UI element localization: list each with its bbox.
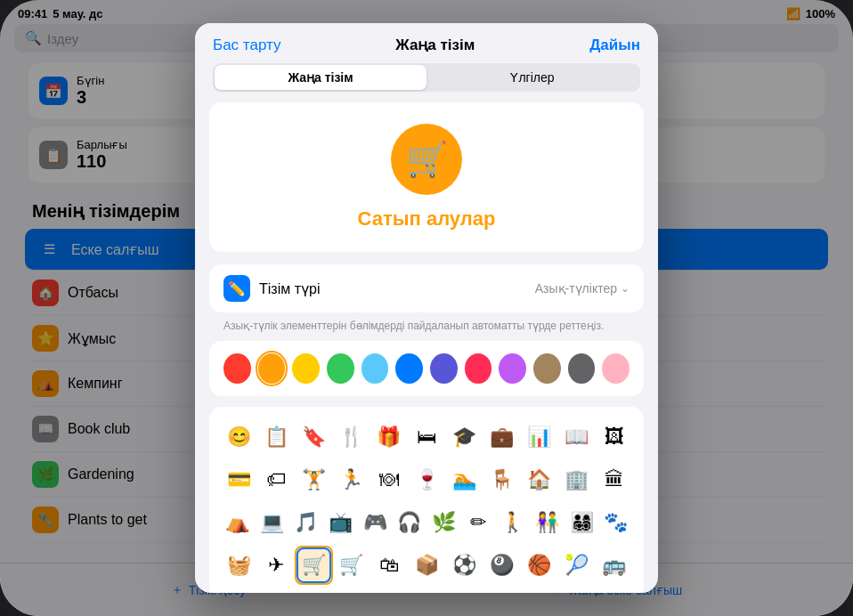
icon-family[interactable]: 👨‍👩‍👧‍👦 (565, 503, 599, 542)
color-brown[interactable] (533, 353, 561, 384)
icon-billiard[interactable]: 🎱 (483, 546, 520, 585)
color-purple[interactable] (499, 353, 526, 384)
list-type-label: Тізім түрі (259, 280, 320, 297)
icon-plane[interactable]: ✈ (257, 546, 295, 585)
icon-house[interactable]: 🏠 (521, 460, 558, 499)
icon-headphones[interactable]: 🎧 (392, 503, 426, 542)
color-indigo[interactable] (430, 353, 458, 384)
icon-music[interactable]: 🎵 (288, 503, 323, 542)
icon-grad[interactable]: 🎓 (445, 417, 483, 457)
list-type-value: Азық-түліктер ⌄ (535, 281, 630, 296)
color-picker (209, 341, 644, 396)
icon-row-3: ⛺ 💻 🎵 📺 🎮 🎧 🌿 ✏ 🚶 👫 👨‍👩‍👧‍👦 🐾 (220, 503, 633, 542)
icon-list[interactable]: 📋 (257, 417, 295, 457)
icon-run[interactable]: 🏃 (333, 460, 370, 499)
modal-title: Жаңа тізім (395, 36, 475, 54)
icon-basketball[interactable]: 🏀 (521, 546, 558, 585)
icon-leaf[interactable]: 🌿 (426, 503, 461, 542)
modal-body: 🛒 ✏️ Тізім түрі Азық-түліктер ⌄ Азық-түл… (195, 102, 658, 593)
color-red[interactable] (223, 353, 251, 384)
list-icon-preview[interactable]: 🛒 (391, 124, 462, 195)
tab-templates[interactable]: Үлгілер (426, 65, 638, 90)
icon-swim[interactable]: 🏊 (445, 460, 483, 499)
list-type-left: ✏️ Тізім түрі (223, 275, 320, 302)
icon-preview-area: 🛒 (209, 102, 644, 252)
icon-pencil[interactable]: ✏ (461, 503, 496, 542)
icon-wine[interactable]: 🍷 (408, 460, 445, 499)
icon-card[interactable]: 💳 (220, 460, 257, 499)
new-list-modal: Бас тарту Жаңа тізім Дайын Жаңа тізім Үл… (195, 23, 658, 593)
icon-fork[interactable]: 🍴 (333, 417, 370, 457)
list-type-hint: Азық-түлік элементтерін бөлімдерді пайда… (209, 316, 644, 341)
icon-gym[interactable]: 🏋 (295, 460, 332, 499)
color-yellow[interactable] (292, 353, 320, 384)
icon-laptop[interactable]: 💻 (255, 503, 289, 542)
color-pink[interactable] (465, 353, 492, 384)
color-dark-gray[interactable] (568, 353, 596, 384)
chevron-down-icon: ⌄ (621, 282, 630, 295)
icon-cart-selected[interactable]: 🛒 (295, 546, 332, 585)
icon-grid: 😊 📋 🔖 🍴 🎁 🛏 🎓 💼 📊 📖 🖼 💳 🏷 🏋 (209, 407, 644, 593)
icon-row-1: 😊 📋 🔖 🍴 🎁 🛏 🎓 💼 📊 📖 🖼 (220, 417, 633, 457)
cancel-button[interactable]: Бас тарту (213, 36, 280, 54)
icon-tennis[interactable]: 🎾 (558, 546, 596, 585)
icon-couple[interactable]: 👫 (530, 503, 565, 542)
icon-gamepad[interactable]: 🎮 (358, 503, 393, 542)
icon-row-4: 🧺 ✈ 🛒 🛒 🛍 📦 ⚽ 🎱 🏀 🎾 🚌 (220, 546, 633, 585)
tab-new-list[interactable]: Жаңа тізім (215, 65, 426, 90)
done-button[interactable]: Дайын (589, 36, 640, 54)
icon-tent[interactable]: ⛺ (220, 503, 255, 542)
icon-building[interactable]: 🏢 (558, 460, 596, 499)
icon-emoji[interactable]: 😊 (220, 417, 257, 457)
modal-overlay: Бас тарту Жаңа тізім Дайын Жаңа тізім Үл… (0, 0, 853, 616)
icon-paw[interactable]: 🐾 (598, 503, 633, 542)
icon-utensils[interactable]: 🍽 (370, 460, 408, 499)
icon-soccer[interactable]: ⚽ (445, 546, 483, 585)
color-orange[interactable] (258, 353, 286, 384)
icon-columns[interactable]: 🏛 (596, 460, 633, 499)
icon-bus[interactable]: 🚌 (596, 546, 633, 585)
icon-chart[interactable]: 📊 (521, 417, 558, 457)
list-type-current: Азық-түліктер (535, 281, 617, 296)
modal-tabs: Жаңа тізім Үлгілер (213, 63, 640, 92)
color-light-blue[interactable] (362, 353, 389, 384)
icon-chair[interactable]: 🪑 (483, 460, 520, 499)
icon-box[interactable]: 📦 (408, 546, 445, 585)
icon-image[interactable]: 🖼 (596, 417, 633, 457)
icon-briefcase[interactable]: 💼 (483, 417, 520, 457)
color-green[interactable] (327, 353, 354, 384)
icon-gift[interactable]: 🎁 (370, 417, 408, 457)
icon-tag[interactable]: 🏷 (257, 460, 295, 499)
icon-walk[interactable]: 🚶 (495, 503, 530, 542)
list-type-icon: ✏️ (223, 275, 250, 302)
icon-cart2[interactable]: 🛒 (333, 546, 370, 585)
icon-bed[interactable]: 🛏 (408, 417, 445, 457)
icon-tv[interactable]: 📺 (323, 503, 358, 542)
icon-bookmark[interactable]: 🔖 (295, 417, 332, 457)
color-light-pink[interactable] (602, 353, 630, 384)
icon-row-2: 💳 🏷 🏋 🏃 🍽 🍷 🏊 🪑 🏠 🏢 🏛 (220, 460, 633, 499)
modal-header: Бас тарту Жаңа тізім Дайын (195, 23, 658, 63)
color-blue[interactable] (395, 353, 423, 384)
list-type-row[interactable]: ✏️ Тізім түрі Азық-түліктер ⌄ (209, 264, 644, 312)
icon-book[interactable]: 📖 (558, 417, 596, 457)
icon-bag[interactable]: 🛍 (370, 546, 408, 585)
icon-basket[interactable]: 🧺 (220, 546, 257, 585)
list-name-input[interactable] (231, 207, 622, 231)
